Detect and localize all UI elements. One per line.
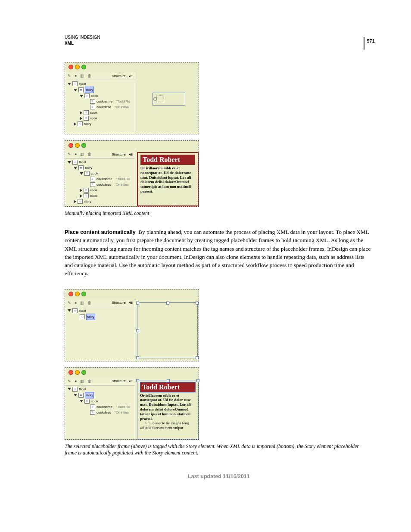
figure-1b: ✎●▥🗑 Structure▪≡ ◇Root ▣story ≡cook ≡coo…: [65, 140, 199, 207]
toolbar-icon: ●: [75, 74, 77, 78]
figure-1a: ✎ ● ▥ 🗑 Structure ▪≡ ◇Root ▣story ≡cook …: [65, 62, 199, 134]
figure-2-caption: The selected placeholder frame (above) i…: [65, 443, 366, 456]
structure-pane: ✎ ● ▥ 🗑 Structure ▪≡ ◇Root ▣story ≡cook …: [65, 72, 135, 134]
sample-body: Or irillaorem nibh ex et nonsequat at. U…: [140, 166, 195, 194]
running-head: USING INDESIGN XML: [65, 34, 373, 47]
close-icon: [68, 65, 73, 69]
footer-updated: Last updated 11/16/2011: [65, 473, 373, 479]
figure-2a: ✎●▥🗑 Structure▪≡ ◇Root ◇story: [65, 289, 199, 361]
figure-1-caption: Manually placing imported XML content: [65, 210, 199, 217]
trash-icon: 🗑: [87, 74, 91, 78]
structure-title: Structure: [112, 74, 125, 78]
minimize-icon: [75, 65, 80, 69]
page-number: 571: [364, 37, 375, 50]
structure-tree: ◇Root ▣story ≡cook ≡cookname "Todd Ro ≡c…: [65, 80, 135, 128]
running-head-doc: USING INDESIGN: [65, 34, 373, 40]
structure-toolbar: ✎ ● ▥ 🗑 Structure ▪≡: [65, 72, 135, 80]
placeholder-frame: [153, 93, 185, 106]
figure-2b: ✎●▥🗑 Structure▪≡ ◇Root ▣story ≡cook ≡coo…: [65, 367, 199, 440]
body-paragraph: Place content automatically By planning …: [65, 228, 373, 278]
sample-body: Or irillaorem nibh ex et nonsequat at. U…: [140, 393, 196, 430]
window-controls: [68, 65, 86, 69]
paragraph-text: By planning ahead, you can automate the …: [65, 229, 371, 277]
paragraph-lead: Place content automatically: [65, 229, 136, 235]
sample-heading: Todd Robert: [140, 382, 196, 392]
tagged-placeholder-frame: [137, 302, 198, 358]
zoom-icon: [81, 65, 86, 69]
selected-story-element: story: [86, 314, 95, 320]
panel-menu-icon: ▪≡: [129, 74, 132, 78]
toolbar-icon: ▥: [80, 74, 84, 78]
running-head-chapter: XML: [65, 40, 373, 47]
page-number-box: 571: [364, 37, 375, 50]
loaded-place-cursor-icon: [156, 96, 163, 102]
selected-story-element: story: [85, 87, 94, 93]
sample-heading: Todd Robert: [140, 155, 195, 165]
toolbar-icon: ✎: [68, 74, 71, 78]
layout-canvas: [135, 72, 199, 134]
